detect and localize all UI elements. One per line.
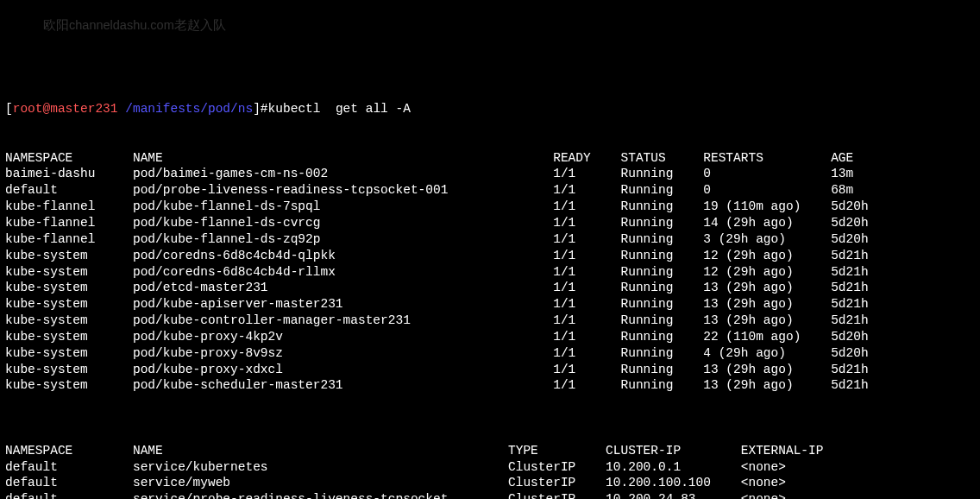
pod-row: kube-flannel pod/kube-flannel-ds-zq92p 1… [5, 231, 975, 248]
prompt-path: /manifests/pod/ns [118, 102, 254, 116]
pods-section: NAMESPACE NAME READY STATUS RESTARTS AGE… [5, 150, 975, 395]
service-row: default service/probe-readiness-liveness… [5, 491, 975, 499]
prompt-user-host: root@master231 [13, 102, 118, 116]
blank-line [5, 410, 975, 426]
pod-row: baimei-dashu pod/baimei-games-cm-ns-002 … [5, 166, 975, 182]
pod-row: kube-system pod/coredns-6d8c4cb4d-rllmx … [5, 264, 975, 281]
pod-row: kube-system pod/coredns-6d8c4cb4d-qlpkk … [5, 248, 975, 264]
watermark-text: 欧阳channeldashu.com老赵入队 [43, 17, 226, 34]
service-row: default service/myweb ClusterIP 10.200.1… [5, 475, 975, 491]
pod-row: kube-system pod/kube-proxy-4kp2v 1/1 Run… [5, 329, 975, 345]
pod-row: kube-system pod/kube-apiserver-master231… [5, 296, 975, 313]
bracket-open: [ [5, 102, 13, 116]
service-row: default service/kubernetes ClusterIP 10.… [5, 459, 975, 476]
pod-row: kube-system pod/etcd-master231 1/1 Runni… [5, 280, 975, 296]
pods-header: NAMESPACE NAME READY STATUS RESTARTS AGE [5, 150, 975, 167]
services-header: NAMESPACE NAME TYPE CLUSTER-IP EXTERNAL-… [5, 443, 975, 459]
command-text: kubectl get all -A [268, 102, 411, 116]
pod-row: kube-system pod/kube-scheduler-master231… [5, 377, 975, 394]
pod-row: default pod/probe-liveness-readiness-tcp… [5, 182, 975, 199]
services-section: NAMESPACE NAME TYPE CLUSTER-IP EXTERNAL-… [5, 443, 975, 499]
pod-row: kube-system pod/kube-controller-manager-… [5, 313, 975, 329]
bracket-close: ]# [253, 102, 267, 116]
pod-row: kube-system pod/kube-proxy-xdxcl 1/1 Run… [5, 362, 975, 378]
prompt-line[interactable]: [root@master231 /manifests/pod/ns]#kubec… [5, 101, 975, 117]
pod-row: kube-system pod/kube-proxy-8v9sz 1/1 Run… [5, 345, 975, 362]
pod-row: kube-flannel pod/kube-flannel-ds-7spql 1… [5, 199, 975, 215]
pod-row: kube-flannel pod/kube-flannel-ds-cvrcg 1… [5, 215, 975, 231]
